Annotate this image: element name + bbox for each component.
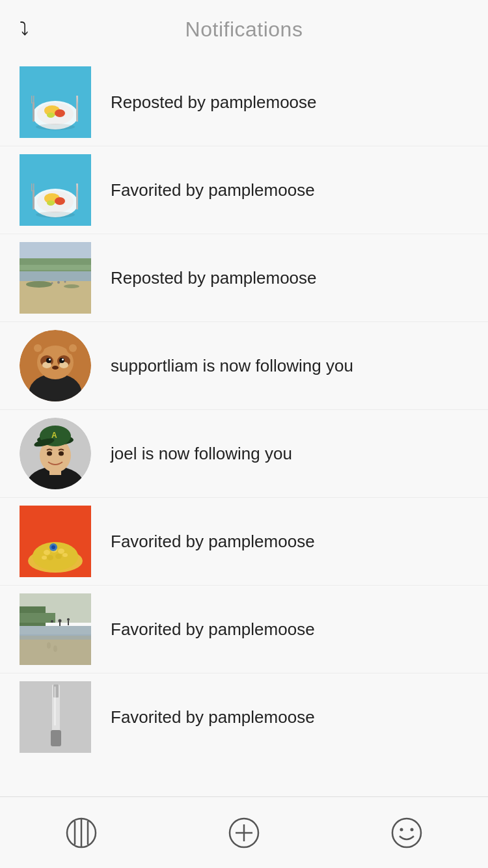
notification-item[interactable]: A joel is now following you — [0, 410, 488, 498]
svg-point-78 — [67, 618, 70, 621]
svg-point-50 — [69, 344, 77, 352]
svg-point-67 — [47, 555, 53, 560]
smiley-icon[interactable] — [387, 813, 426, 852]
svg-rect-89 — [51, 730, 61, 746]
svg-point-69 — [42, 556, 47, 560]
svg-point-43 — [46, 358, 51, 363]
svg-point-49 — [34, 344, 42, 352]
notification-thumbnail — [20, 681, 91, 753]
svg-point-46 — [62, 359, 64, 360]
notification-thumbnail — [20, 506, 91, 577]
svg-point-30 — [64, 284, 79, 288]
svg-rect-75 — [20, 613, 55, 623]
notification-item[interactable]: Reposted by pamplemoose — [0, 234, 488, 322]
svg-point-23 — [36, 211, 75, 218]
page-title: Notifications — [185, 18, 303, 42]
svg-point-68 — [55, 554, 62, 559]
svg-rect-20 — [33, 183, 34, 191]
svg-rect-83 — [20, 634, 91, 640]
svg-point-76 — [59, 619, 62, 623]
svg-point-42 — [52, 366, 59, 370]
svg-point-17 — [47, 200, 55, 206]
svg-point-64 — [44, 550, 50, 555]
add-icon[interactable] — [224, 813, 264, 852]
tab-bar — [0, 796, 488, 868]
svg-point-56 — [59, 452, 64, 456]
svg-point-44 — [59, 358, 64, 363]
svg-rect-18 — [33, 190, 34, 210]
notification-text: joel is now following you — [111, 442, 292, 465]
notification-text: Favorited by pamplemoose — [111, 617, 315, 641]
notification-avatar: A — [20, 418, 91, 489]
notification-item[interactable]: Reposted by pamplemoose — [0, 59, 488, 146]
notification-thumbnail — [20, 242, 91, 314]
svg-rect-26 — [20, 265, 91, 270]
svg-text:A: A — [51, 431, 57, 440]
svg-point-84 — [47, 642, 51, 649]
notification-text: Favorited by pamplemoose — [111, 178, 315, 202]
header: ⤵ Notifications — [0, 0, 488, 59]
notification-item[interactable]: Favorited by pamplemoose — [0, 586, 488, 673]
notification-thumbnail — [20, 593, 91, 665]
svg-point-80 — [51, 620, 53, 623]
svg-point-31 — [57, 281, 60, 284]
menu-icon[interactable] — [62, 813, 101, 852]
svg-point-100 — [411, 828, 414, 831]
svg-point-33 — [51, 282, 53, 284]
svg-point-29 — [26, 281, 52, 288]
svg-point-32 — [64, 281, 66, 283]
svg-point-99 — [400, 828, 403, 831]
svg-point-45 — [49, 359, 51, 360]
svg-point-70 — [62, 553, 68, 557]
notification-avatar — [20, 330, 91, 401]
svg-point-98 — [392, 819, 421, 847]
notification-text: Favorited by pamplemoose — [111, 705, 315, 729]
svg-rect-6 — [33, 102, 34, 122]
svg-point-11 — [36, 124, 75, 130]
svg-point-55 — [47, 452, 52, 456]
notification-thumbnail — [20, 154, 91, 226]
notification-text: Reposted by pamplemoose — [111, 266, 317, 290]
notifications-list: Reposted by pamplemoose Favorited by pam… — [0, 59, 488, 839]
svg-point-5 — [47, 113, 55, 118]
notification-text: supportliam is now following you — [111, 354, 353, 377]
back-button[interactable]: ⤵ — [20, 19, 29, 40]
notification-text: Reposted by pamplemoose — [111, 90, 317, 114]
svg-rect-8 — [33, 96, 34, 103]
svg-point-66 — [58, 549, 64, 554]
svg-point-4 — [55, 109, 65, 117]
notification-item[interactable]: supportliam is now following you — [0, 322, 488, 410]
notification-item[interactable]: Favorited by pamplemoose — [0, 146, 488, 234]
notification-text: Favorited by pamplemoose — [111, 530, 315, 553]
svg-rect-79 — [68, 621, 69, 625]
svg-rect-90 — [54, 686, 56, 726]
notification-item[interactable]: Favorited by pamplemoose — [0, 498, 488, 586]
svg-point-16 — [55, 197, 65, 205]
notification-thumbnail — [20, 66, 91, 138]
svg-point-85 — [53, 645, 57, 652]
svg-rect-7 — [31, 96, 33, 103]
svg-rect-19 — [31, 183, 33, 191]
notification-item[interactable]: Favorited by pamplemoose — [0, 673, 488, 761]
svg-point-72 — [51, 545, 55, 549]
